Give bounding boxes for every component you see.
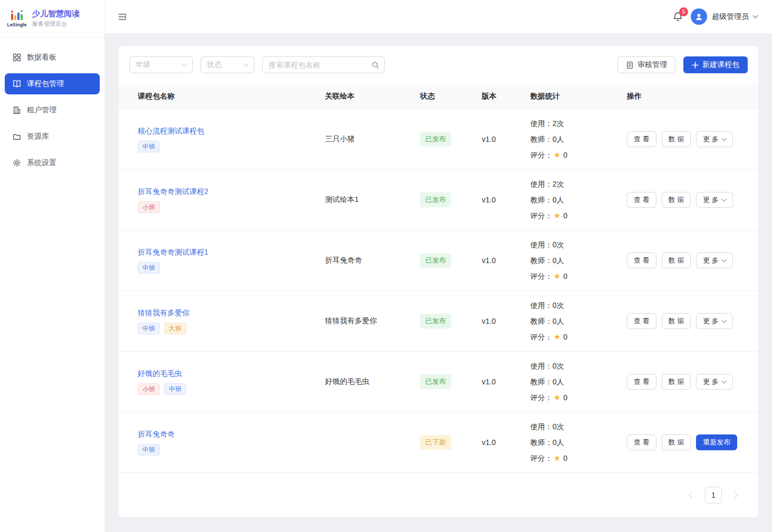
building-icon	[13, 106, 21, 114]
star-icon: ★	[554, 211, 560, 220]
cell-actions: 查 看 数 据 重新发布	[618, 434, 758, 450]
sidebar-collapse-icon[interactable]	[118, 12, 127, 22]
page-1-button[interactable]: 1	[705, 487, 722, 504]
stat-teachers: 教师：0人	[530, 131, 618, 147]
sidebar-item-label: 课程包管理	[27, 79, 64, 89]
view-button[interactable]: 查 看	[627, 313, 656, 329]
notification-bell-icon[interactable]: 5	[673, 12, 683, 22]
view-button[interactable]: 查 看	[627, 434, 656, 450]
status-badge: 已发布	[420, 314, 451, 328]
sidebar-item-settings[interactable]: 系统设置	[5, 152, 100, 173]
cell-related-book: 好饿的毛毛虫	[317, 377, 412, 386]
cell-status: 已发布	[412, 132, 473, 147]
sidebar-item-label: 数据看板	[27, 53, 56, 62]
table-row: 折耳兔奇奇测试课程1 中班 折耳兔奇奇 已发布 v1.0 使用：0次 教师：0人…	[119, 230, 758, 291]
more-button-label: 更 多	[703, 256, 719, 265]
column-header-status: 状态	[412, 92, 473, 101]
cell-related-book: 测试绘本1	[317, 195, 412, 205]
chevron-down-icon	[721, 378, 727, 383]
table-header: 课程包名称 关联绘本 状态 版本 数据统计 操作	[119, 84, 758, 109]
package-name-link[interactable]: 折耳兔奇奇测试课程2	[138, 187, 208, 197]
package-name-link[interactable]: 折耳兔奇奇测试课程1	[138, 248, 208, 257]
data-button[interactable]: 数 据	[662, 374, 691, 390]
next-page-button[interactable]	[727, 487, 744, 504]
search-input[interactable]	[263, 61, 366, 69]
data-button[interactable]: 数 据	[662, 434, 691, 450]
stat-usage: 使用：0次	[530, 237, 618, 253]
row-tags: 中班	[138, 141, 317, 152]
cell-stats: 使用：0次 教师：0人 评分：★0	[522, 419, 618, 466]
prev-page-button[interactable]	[683, 487, 700, 504]
sidebar-item-label: 租户管理	[27, 105, 56, 115]
table-row: 猜猜我有多爱你 中班大班 猜猜我有多爱你 已发布 v1.0 使用：0次 教师：0…	[119, 291, 758, 352]
package-name-link[interactable]: 猜猜我有多爱你	[138, 308, 189, 318]
sidebar-item-tenants[interactable]: 租户管理	[5, 100, 100, 121]
status-select[interactable]: 状态	[201, 56, 254, 73]
more-button[interactable]: 更 多	[696, 131, 733, 147]
rating-label: 评分：	[530, 151, 552, 159]
topbar: 5 超级管理员	[105, 0, 772, 33]
grade-tag: 小班	[138, 383, 160, 395]
app-title: 少儿智慧阅读	[32, 9, 80, 19]
data-button[interactable]: 数 据	[662, 313, 691, 329]
stat-rating: 评分：★0	[530, 450, 618, 466]
sidebar-item-dashboard[interactable]: 数据看板	[5, 47, 100, 68]
topbar-right: 5 超级管理员	[673, 8, 757, 25]
cell-related-book: 三只小猪	[317, 134, 412, 144]
package-name-link[interactable]: 好饿的毛毛虫	[138, 369, 182, 379]
cell-package-name: 猜猜我有多爱你 中班大班	[119, 308, 317, 334]
brand-titles: 少儿智慧阅读 服务管理后台	[32, 9, 80, 28]
cell-actions: 查 看 数 据 更 多	[618, 313, 758, 329]
package-name-link[interactable]: 折耳兔奇奇	[138, 430, 175, 439]
chevron-down-icon	[721, 257, 727, 262]
folder-icon	[13, 132, 21, 141]
more-button[interactable]: 更 多	[696, 313, 733, 329]
more-button[interactable]: 更 多	[696, 192, 733, 208]
republish-button[interactable]: 重新发布	[696, 434, 737, 450]
cell-related-book: 猜猜我有多爱你	[317, 316, 412, 326]
more-button[interactable]: 更 多	[696, 253, 733, 268]
notification-badge: 5	[679, 7, 688, 16]
rating-value: 0	[563, 211, 567, 220]
rating-value: 0	[563, 272, 567, 280]
row-tags: 中班大班	[138, 323, 317, 334]
data-button[interactable]: 数 据	[662, 192, 691, 208]
data-button[interactable]: 数 据	[662, 131, 691, 147]
sidebar-item-resources[interactable]: 资源库	[5, 126, 100, 147]
view-button[interactable]: 查 看	[627, 131, 656, 147]
view-button[interactable]: 查 看	[627, 374, 656, 390]
avatar	[691, 8, 707, 25]
sidebar-item-course-packages[interactable]: 课程包管理	[5, 73, 100, 94]
star-icon: ★	[554, 453, 560, 462]
rating-value: 0	[563, 454, 567, 462]
create-package-button[interactable]: 新建课程包	[683, 56, 748, 73]
status-badge: 已发布	[420, 192, 451, 207]
cell-status: 已下架	[412, 435, 473, 450]
rating-value: 0	[563, 393, 567, 402]
view-button[interactable]: 查 看	[627, 253, 656, 268]
create-button-label: 新建课程包	[702, 60, 739, 70]
star-icon: ★	[554, 150, 560, 159]
more-button[interactable]: 更 多	[696, 374, 733, 390]
cell-stats: 使用：2次 教师：0人 评分：★0	[522, 115, 618, 163]
column-header-actions: 操作	[618, 92, 758, 101]
data-button[interactable]: 数 据	[662, 253, 691, 268]
star-icon: ★	[554, 393, 560, 402]
cell-version: v1.0	[473, 378, 522, 386]
view-button[interactable]: 查 看	[627, 192, 656, 208]
review-management-button[interactable]: 审核管理	[617, 56, 675, 73]
user-menu[interactable]: 超级管理员	[691, 8, 757, 25]
table-body: 核心流程测试课程包 中班 三只小猪 已发布 v1.0 使用：2次 教师：0人 评…	[119, 109, 758, 473]
grade-tag: 中班	[164, 383, 186, 395]
cell-version: v1.0	[473, 317, 522, 325]
grade-tag: 中班	[138, 141, 160, 152]
rating-value: 0	[563, 151, 567, 159]
package-name-link[interactable]: 核心流程测试课程包	[138, 127, 204, 136]
chevron-right-icon	[732, 492, 738, 498]
more-button-label: 更 多	[703, 195, 719, 205]
row-tags: 中班	[138, 262, 317, 274]
row-tags: 中班	[138, 444, 317, 456]
grade-select[interactable]: 年级	[129, 56, 193, 73]
grade-tag: 中班	[138, 323, 160, 334]
search-icon[interactable]	[366, 57, 384, 73]
